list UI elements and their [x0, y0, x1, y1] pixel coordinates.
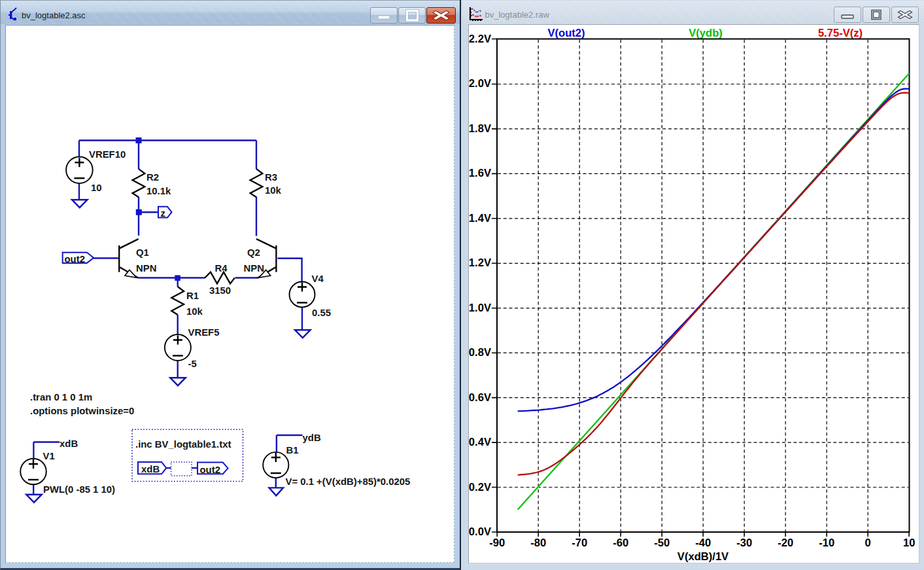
- svg-text:1.6V: 1.6V: [469, 167, 491, 179]
- svg-text:0.4V: 0.4V: [469, 436, 491, 448]
- svg-text:10k: 10k: [186, 306, 203, 317]
- svg-text:V(out2): V(out2): [547, 27, 585, 39]
- svg-text:R3: R3: [265, 172, 277, 183]
- svg-text:Q2: Q2: [247, 247, 260, 258]
- svg-text:V(ydb): V(ydb): [689, 27, 723, 39]
- svg-text:2.0V: 2.0V: [469, 77, 491, 90]
- svg-text:-70: -70: [572, 537, 587, 549]
- svg-text:V= 0.1 +(V(xdB)+85)*0.0205: V= 0.1 +(V(xdB)+85)*0.0205: [286, 476, 411, 487]
- svg-text:0: 0: [865, 537, 871, 549]
- svg-text:-5: -5: [188, 359, 197, 369]
- svg-text:ydB: ydB: [303, 433, 321, 443]
- svg-text:R1: R1: [186, 291, 199, 301]
- svg-text:-90: -90: [489, 537, 505, 549]
- svg-text:xdB: xdB: [60, 438, 78, 449]
- svg-text:PWL(0 -85 1 10): PWL(0 -85 1 10): [43, 484, 115, 495]
- svg-text:out2: out2: [200, 465, 220, 475]
- svg-text:1.0V: 1.0V: [469, 302, 491, 314]
- svg-text:V4: V4: [312, 274, 324, 284]
- svg-text:2.2V: 2.2V: [469, 33, 491, 45]
- svg-text:0.2V: 0.2V: [469, 481, 491, 493]
- svg-text:Q1: Q1: [136, 247, 149, 258]
- svg-text:-80: -80: [530, 537, 546, 549]
- svg-text:10: 10: [91, 183, 102, 193]
- svg-text:NPN: NPN: [136, 263, 156, 274]
- svg-text:10.1k: 10.1k: [146, 186, 171, 196]
- svg-text:-30: -30: [736, 537, 752, 549]
- svg-text:10: 10: [903, 537, 915, 549]
- svg-text:5.75-V(z): 5.75-V(z): [818, 27, 863, 39]
- svg-text:R2: R2: [146, 172, 159, 183]
- svg-text:.options plotwinsize=0: .options plotwinsize=0: [30, 406, 134, 416]
- svg-text:-40: -40: [695, 537, 711, 549]
- svg-text:.inc BV_logtable1.txt: .inc BV_logtable1.txt: [135, 439, 231, 450]
- svg-text:0.8V: 0.8V: [469, 346, 491, 359]
- svg-text:z: z: [161, 208, 165, 219]
- svg-text:VREF10: VREF10: [89, 149, 126, 160]
- svg-text:B1: B1: [286, 445, 299, 455]
- svg-text:10k: 10k: [265, 185, 282, 196]
- svg-text:0.6V: 0.6V: [469, 391, 491, 404]
- svg-text:-10: -10: [819, 537, 834, 549]
- svg-text:1.8V: 1.8V: [469, 122, 491, 135]
- svg-text:R4: R4: [215, 263, 228, 274]
- svg-text:out2: out2: [65, 254, 85, 264]
- svg-text:xdB: xdB: [141, 464, 160, 474]
- svg-text:V(xdB)/1V: V(xdB)/1V: [677, 550, 728, 563]
- svg-text:1.2V: 1.2V: [469, 257, 491, 269]
- svg-text:NPN: NPN: [244, 263, 264, 274]
- svg-text:VREF5: VREF5: [188, 327, 220, 338]
- svg-text:0.0V: 0.0V: [469, 525, 491, 538]
- svg-text:.tran 0 1 0 1m: .tran 0 1 0 1m: [30, 392, 92, 402]
- svg-text:0.55: 0.55: [312, 308, 331, 318]
- svg-text:-60: -60: [613, 537, 628, 549]
- svg-text:-50: -50: [654, 537, 670, 549]
- svg-text:V1: V1: [43, 451, 55, 461]
- svg-text:3150: 3150: [209, 285, 231, 296]
- svg-text:-20: -20: [778, 537, 793, 549]
- svg-text:1.4V: 1.4V: [469, 212, 491, 224]
